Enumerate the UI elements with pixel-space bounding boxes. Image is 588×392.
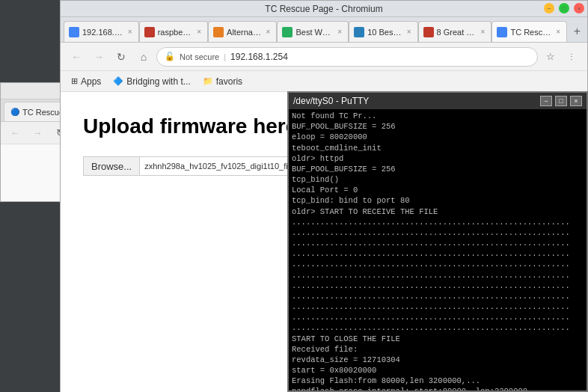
tab-label-4: Best Wel... (295, 28, 333, 37)
home-button[interactable]: ⌂ (134, 47, 153, 67)
putty-window-controls: − □ × (540, 96, 582, 106)
tab-label-3: Alternati... (227, 28, 262, 37)
favoris-bookmark-icon: 📁 (203, 76, 213, 86)
bridging-bookmark-icon: 🔷 (113, 76, 123, 86)
security-icon: 🔓 (165, 52, 175, 61)
firefox-back-button[interactable]: ← (5, 123, 25, 143)
tab-close-4[interactable]: × (336, 27, 343, 37)
tab-alternati[interactable]: Alternati... × (208, 21, 277, 42)
tab-close-3[interactable]: × (265, 27, 272, 37)
minimize-button[interactable]: − (544, 3, 554, 13)
navigation-bar: ← → ↻ ⌂ 🔓 Not secure | 192.168.1.254 ☆ ⋮ (61, 43, 587, 71)
firefox-tab-favicon: 🔵 (10, 108, 19, 116)
putty-minimize-button[interactable]: − (540, 96, 552, 106)
tab-192[interactable]: 192.168.1... × (64, 21, 139, 42)
tab-tc-rescue[interactable]: TC Rescu... × (491, 21, 567, 42)
url-text: 192.168.1.254 (230, 52, 530, 62)
browse-button[interactable]: Browse... (83, 156, 139, 176)
bookmark-star-button[interactable]: ☆ (541, 47, 560, 67)
file-name-text: zxhnh298a_hv1025_fv1025_digi1t10_firmwar… (144, 162, 298, 171)
putty-close-button[interactable]: × (570, 96, 582, 106)
apps-bookmark-icon: ⊞ (71, 76, 78, 86)
bookmark-bridging-label: Bridging with t... (126, 76, 190, 87)
tab-favicon-2 (144, 27, 155, 37)
bookmark-apps[interactable]: ⊞ Apps (67, 75, 105, 88)
putty-title-text: /dev/ttyS0 - PuTTY (293, 96, 369, 106)
tab-label-6: 8 Great E... (437, 28, 477, 37)
new-tab-button[interactable]: + (567, 21, 587, 42)
file-name-field: zxhnh298a_hv1025_fv1025_digi1t10_firmwar… (139, 156, 304, 176)
chromium-title: TC Rescue Page - Chromium (265, 4, 382, 14)
bookmark-favoris-label: favoris (216, 76, 242, 87)
back-button[interactable]: ← (67, 47, 86, 67)
tab-label-5: 10 Best ... (367, 28, 402, 37)
forward-button[interactable]: → (89, 47, 108, 67)
security-label: Not secure (180, 52, 219, 61)
tab-label-7: TC Rescu... (510, 28, 551, 37)
url-bar[interactable]: 🔓 Not secure | 192.168.1.254 (156, 47, 538, 67)
bookmark-bridging[interactable]: 🔷 Bridging with t... (108, 75, 195, 88)
tab-close-1[interactable]: × (126, 27, 134, 37)
tab-label-2: raspberr... (158, 28, 193, 37)
tab-favicon-6 (423, 27, 434, 37)
reload-button[interactable]: ↻ (111, 47, 131, 67)
tab-favicon-3 (213, 27, 224, 37)
tab-favicon-4 (282, 27, 293, 37)
bookmark-favoris[interactable]: 📁 favoris (198, 75, 247, 88)
tab-best-wel[interactable]: Best Wel... × (277, 21, 349, 42)
tab-close-2[interactable]: × (195, 27, 203, 37)
tab-10best[interactable]: 10 Best ... × (349, 21, 417, 42)
tabs-bar: 192.168.1... × raspberr... × Alternati..… (61, 17, 587, 43)
bookmark-apps-label: Apps (81, 76, 101, 87)
tab-close-6[interactable]: × (480, 27, 487, 37)
tab-favicon-1 (69, 27, 79, 37)
tab-favicon-7 (497, 27, 507, 37)
tab-favicon-5 (354, 27, 364, 37)
chromium-title-bar: TC Rescue Page - Chromium − □ × (61, 1, 587, 17)
putty-terminal[interactable]: Not found TC Pr... BUF_POOL_BUFSIZE = 25… (289, 109, 587, 391)
putty-window: /dev/ttyS0 - PuTTY − □ × Not found TC Pr… (287, 91, 588, 392)
url-separator: | (224, 52, 226, 61)
tab-raspberry[interactable]: raspberr... × (139, 21, 208, 42)
nav-actions: ☆ ⋮ (541, 47, 581, 67)
putty-maximize-button[interactable]: □ (555, 96, 567, 106)
tab-close-7[interactable]: × (554, 27, 562, 37)
tab-close-5[interactable]: × (405, 27, 413, 37)
firefox-forward-button[interactable]: → (28, 123, 47, 143)
tab-label-1: 192.168.1... (82, 28, 123, 37)
close-button[interactable]: × (574, 3, 584, 13)
maximize-button[interactable]: □ (559, 3, 569, 13)
putty-title-bar: /dev/ttyS0 - PuTTY − □ × (289, 93, 587, 109)
chromium-window-controls: − □ × (544, 3, 584, 13)
browser-menu-button[interactable]: ⋮ (562, 47, 581, 67)
tab-8great[interactable]: 8 Great E... × (418, 21, 492, 42)
bookmarks-bar: ⊞ Apps 🔷 Bridging with t... 📁 favoris (61, 71, 587, 92)
